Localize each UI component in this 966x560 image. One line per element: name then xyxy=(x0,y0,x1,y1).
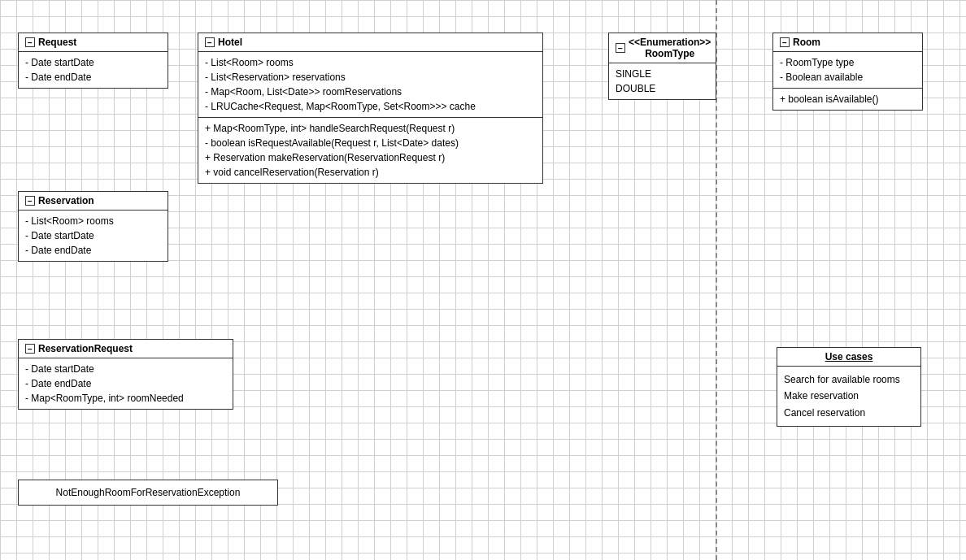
hotel-method-3: + Reservation makeReservation(Reservatio… xyxy=(205,150,536,165)
use-case-1: Search for available rooms xyxy=(784,371,914,388)
reservationrequest-attr-1: - Date startDate xyxy=(25,362,226,376)
reservation-class: − Reservation - List<Room> rooms - Date … xyxy=(18,191,168,262)
reservationrequest-class: − ReservationRequest - Date startDate - … xyxy=(18,339,233,410)
diagram-canvas: − Request - Date startDate - Date endDat… xyxy=(0,0,966,560)
reservation-class-title: Reservation xyxy=(38,195,94,206)
hotel-methods: + Map<RoomType, int> handleSearchRequest… xyxy=(198,118,542,183)
room-class-title: Room xyxy=(793,37,820,48)
room-methods: + boolean isAvailable() xyxy=(773,89,922,110)
room-minimize-icon[interactable]: − xyxy=(780,37,790,47)
room-method-1: + boolean isAvailable() xyxy=(780,92,916,106)
request-attributes: - Date startDate - Date endDate xyxy=(19,52,168,88)
exception-class: NotEnoughRoomForReservationException xyxy=(18,480,278,506)
room-class-header: − Room xyxy=(773,33,922,52)
hotel-class-header: − Hotel xyxy=(198,33,542,52)
room-class: − Room - RoomType type - Boolean availab… xyxy=(772,33,923,111)
roomtype-val-2: DOUBLE xyxy=(616,81,709,96)
request-class-header: − Request xyxy=(19,33,168,52)
minimize-icon[interactable]: − xyxy=(25,37,35,47)
hotel-attr-3: - Map<Room, List<Date>> roomReservations xyxy=(205,85,536,99)
hotel-attributes: - List<Room> rooms - List<Reservation> r… xyxy=(198,52,542,118)
room-attr-1: - RoomType type xyxy=(780,55,916,70)
hotel-class-title: Hotel xyxy=(218,37,242,48)
use-case-3: Cancel reservation xyxy=(784,405,914,421)
reservation-attr-3: - Date endDate xyxy=(25,243,161,258)
hotel-attr-1: - List<Room> rooms xyxy=(205,55,536,70)
use-case-2: Make reservation xyxy=(784,388,914,404)
hotel-class: − Hotel - List<Room> rooms - List<Reserv… xyxy=(198,33,543,184)
hotel-method-4: + void cancelReservation(Reservation r) xyxy=(205,165,536,180)
reservationrequest-minimize-icon[interactable]: − xyxy=(25,344,35,354)
reservation-minimize-icon[interactable]: − xyxy=(25,196,35,206)
use-cases-body: Search for available rooms Make reservat… xyxy=(777,367,920,426)
reservation-attr-2: - Date startDate xyxy=(25,228,161,243)
reservationrequest-attr-2: - Date endDate xyxy=(25,376,226,391)
use-cases-header: Use cases xyxy=(777,348,920,367)
hotel-attr-4: - LRUCache<Request, Map<RoomType, Set<Ro… xyxy=(205,99,536,114)
reservation-attr-1: - List<Room> rooms xyxy=(25,214,161,228)
use-cases-title: Use cases xyxy=(825,351,873,362)
roomtype-class-header: − <<Enumeration>>RoomType xyxy=(609,33,716,63)
reservationrequest-attributes: - Date startDate - Date endDate - Map<Ro… xyxy=(19,358,233,409)
request-attr-1: - Date startDate xyxy=(25,55,161,70)
room-attr-2: - Boolean available xyxy=(780,70,916,85)
room-attributes: - RoomType type - Boolean available xyxy=(773,52,922,89)
hotel-minimize-icon[interactable]: − xyxy=(205,37,215,47)
reservationrequest-class-header: − ReservationRequest xyxy=(19,340,233,358)
roomtype-values: SINGLE DOUBLE xyxy=(609,63,716,99)
request-class-title: Request xyxy=(38,37,76,48)
reservation-attributes: - List<Room> rooms - Date startDate - Da… xyxy=(19,211,168,261)
roomtype-minimize-icon[interactable]: − xyxy=(616,43,625,53)
reservation-class-header: − Reservation xyxy=(19,192,168,211)
roomtype-val-1: SINGLE xyxy=(616,67,709,81)
reservationrequest-class-title: ReservationRequest xyxy=(38,343,133,354)
hotel-method-1: + Map<RoomType, int> handleSearchRequest… xyxy=(205,121,536,136)
request-class: − Request - Date startDate - Date endDat… xyxy=(18,33,168,89)
use-cases-box: Use cases Search for available rooms Mak… xyxy=(777,347,921,427)
hotel-method-2: - boolean isRequestAvailable(Request r, … xyxy=(205,136,536,150)
reservationrequest-attr-3: - Map<RoomType, int> roomNeeded xyxy=(25,391,226,406)
roomtype-class: − <<Enumeration>>RoomType SINGLE DOUBLE xyxy=(608,33,716,100)
hotel-attr-2: - List<Reservation> reservations xyxy=(205,70,536,85)
request-attr-2: - Date endDate xyxy=(25,70,161,85)
roomtype-class-title: <<Enumeration>>RoomType xyxy=(629,37,711,59)
exception-title: NotEnoughRoomForReservationException xyxy=(56,487,241,498)
